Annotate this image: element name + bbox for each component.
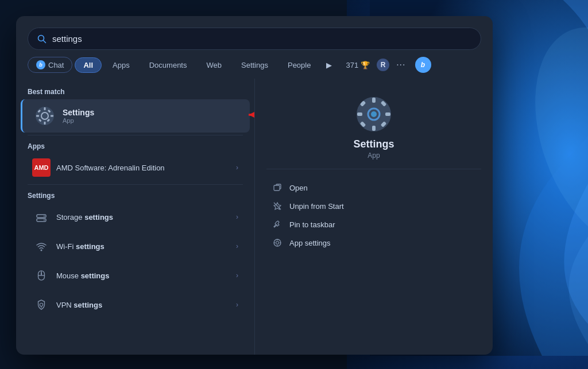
settings-icon-small bbox=[34, 105, 56, 127]
action-open[interactable]: Open bbox=[266, 178, 481, 197]
list-item-vpn[interactable]: VPN settings › bbox=[21, 290, 250, 319]
settings-gear-icon-large bbox=[355, 96, 392, 133]
red-arrow-indicator bbox=[244, 107, 254, 125]
svg-point-18 bbox=[44, 216, 45, 217]
svg-rect-31 bbox=[372, 126, 376, 131]
content-area: Best match bbox=[16, 79, 493, 355]
best-match-title: Settings bbox=[63, 108, 94, 117]
svg-rect-30 bbox=[372, 98, 376, 103]
best-match-subtitle: App bbox=[63, 117, 94, 124]
search-input-value: settings bbox=[52, 34, 471, 44]
svg-marker-15 bbox=[249, 111, 254, 119]
apps-section-label: Apps bbox=[16, 138, 254, 153]
amd-app-label: AMD Software: Adrenalin Edition bbox=[56, 164, 236, 172]
tab-chat[interactable]: b Chat bbox=[28, 57, 72, 73]
tab-score: 371 🏆 bbox=[341, 58, 374, 72]
tab-documents-label: Documents bbox=[149, 61, 187, 69]
svg-rect-9 bbox=[51, 115, 53, 117]
tab-more-button[interactable]: ··· bbox=[392, 57, 410, 73]
tab-web[interactable]: Web bbox=[198, 57, 230, 73]
tab-web-label: Web bbox=[206, 61, 222, 69]
tab-settings[interactable]: Settings bbox=[233, 57, 277, 73]
score-value: 371 bbox=[346, 61, 358, 69]
svg-point-29 bbox=[371, 111, 377, 117]
right-panel-subtitle: App bbox=[266, 152, 481, 160]
left-panel: Best match bbox=[16, 79, 254, 355]
divider-1 bbox=[28, 135, 243, 135]
best-match-item-settings[interactable]: Settings App bbox=[21, 99, 250, 133]
svg-rect-32 bbox=[357, 112, 362, 116]
svg-point-20 bbox=[41, 250, 42, 251]
right-panel-divider bbox=[266, 169, 481, 169]
tab-settings-label: Settings bbox=[241, 61, 268, 69]
action-unpin-label: Unpin from Start bbox=[289, 202, 344, 211]
best-match-section-label: Best match bbox=[16, 83, 254, 98]
action-pin-taskbar-label: Pin to taskbar bbox=[289, 220, 335, 229]
wifi-settings-label: Wi-Fi settings bbox=[56, 242, 236, 251]
bing-icon[interactable]: b bbox=[415, 57, 431, 73]
mouse-settings-label: Mouse settings bbox=[56, 271, 236, 280]
vpn-icon bbox=[32, 296, 51, 314]
action-open-label: Open bbox=[289, 184, 308, 192]
wifi-icon bbox=[32, 237, 51, 255]
app-settings-icon bbox=[271, 238, 284, 247]
tab-people[interactable]: People bbox=[279, 57, 319, 73]
tab-all-label: All bbox=[83, 61, 93, 69]
list-item-storage[interactable]: Storage settings › bbox=[21, 203, 250, 231]
storage-chevron-icon: › bbox=[236, 213, 238, 221]
svg-rect-38 bbox=[274, 185, 280, 191]
tab-chat-label: Chat bbox=[48, 61, 64, 69]
tab-documents[interactable]: Documents bbox=[141, 57, 196, 73]
action-pin-taskbar[interactable]: Pin to taskbar bbox=[266, 215, 481, 234]
list-item-mouse[interactable]: Mouse settings › bbox=[21, 261, 250, 290]
tab-all[interactable]: All bbox=[75, 57, 102, 73]
svg-point-41 bbox=[276, 242, 279, 244]
action-app-settings-label: App settings bbox=[289, 239, 331, 247]
best-match-text: Settings App bbox=[63, 108, 94, 124]
bing-chat-icon-small: b bbox=[36, 60, 45, 69]
list-item-wifi[interactable]: Wi-Fi settings › bbox=[21, 232, 250, 261]
amd-chevron-icon: › bbox=[236, 164, 238, 172]
storage-settings-label: Storage settings bbox=[56, 213, 236, 222]
mouse-chevron-icon: › bbox=[236, 271, 238, 279]
svg-line-3 bbox=[44, 40, 46, 42]
settings-section-label: Settings bbox=[16, 187, 254, 202]
mouse-icon bbox=[32, 266, 51, 285]
trophy-icon: 🏆 bbox=[361, 61, 370, 69]
amd-icon: AMD bbox=[32, 158, 51, 177]
tab-play-button[interactable]: ▶ bbox=[322, 58, 336, 72]
action-unpin[interactable]: Unpin from Start bbox=[266, 197, 481, 215]
right-panel-title: Settings bbox=[266, 138, 481, 150]
svg-rect-8 bbox=[36, 115, 39, 117]
vpn-chevron-icon: › bbox=[236, 301, 238, 309]
svg-rect-7 bbox=[44, 122, 46, 125]
filter-tabs: b Chat All Apps Documents Web Settings P… bbox=[16, 57, 493, 73]
open-icon bbox=[271, 183, 284, 192]
start-menu: settings b Chat All Apps Documents Web S… bbox=[16, 16, 493, 355]
svg-rect-33 bbox=[385, 112, 390, 116]
right-panel-icon-wrap bbox=[266, 96, 481, 133]
tab-people-label: People bbox=[288, 61, 311, 69]
tab-apps[interactable]: Apps bbox=[104, 57, 138, 73]
right-panel: Settings App Open bbox=[254, 79, 493, 355]
action-app-settings[interactable]: App settings bbox=[266, 234, 481, 252]
wifi-chevron-icon: › bbox=[236, 242, 238, 250]
unpin-icon bbox=[271, 201, 284, 211]
divider-2 bbox=[28, 184, 243, 185]
storage-icon bbox=[32, 208, 51, 226]
search-bar[interactable]: settings bbox=[28, 28, 481, 50]
svg-point-25 bbox=[40, 303, 42, 306]
tab-r-badge: R bbox=[377, 59, 389, 71]
svg-rect-6 bbox=[44, 107, 46, 110]
vpn-settings-label: VPN settings bbox=[56, 301, 236, 309]
pin-taskbar-icon bbox=[271, 220, 284, 229]
tab-apps-label: Apps bbox=[113, 61, 130, 69]
search-icon bbox=[37, 34, 47, 44]
svg-point-19 bbox=[44, 220, 45, 221]
list-item-amd[interactable]: AMD AMD Software: Adrenalin Edition › bbox=[21, 153, 250, 182]
